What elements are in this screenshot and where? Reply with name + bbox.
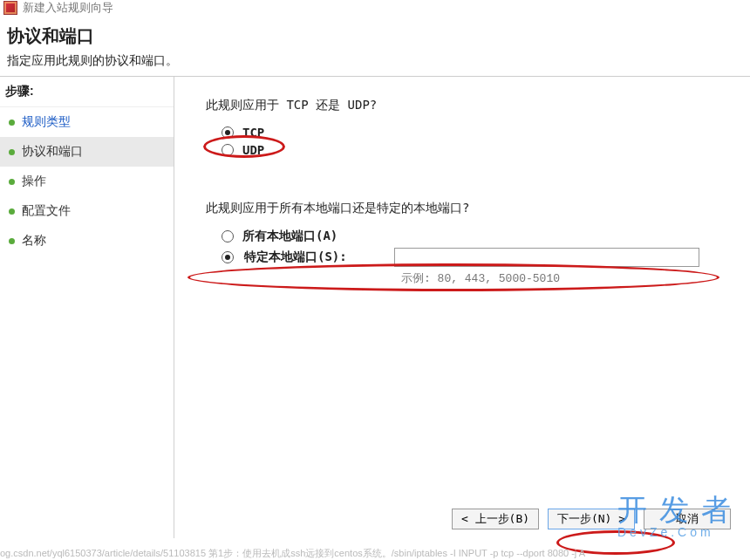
bullet-icon	[9, 149, 15, 155]
back-button[interactable]: < 上一步(B)	[452, 509, 539, 529]
firewall-icon	[3, 1, 17, 15]
step-label: 配置文件	[22, 203, 71, 219]
radio-tcp-label: TCP	[242, 126, 264, 140]
wizard-main-panel: 此规则应用于 TCP 还是 UDP? TCP UDP 此规则应用于所有本地端口还…	[174, 77, 750, 538]
radio-specific-ports[interactable]	[222, 251, 234, 263]
steps-sidebar: 步骤: 规则类型 协议和端口 操作 配置文件 名称	[0, 77, 174, 538]
window-title: 新建入站规则向导	[23, 0, 113, 16]
radio-udp-label: UDP	[242, 143, 264, 157]
bullet-icon	[9, 208, 15, 215]
step-label: 规则类型	[22, 114, 71, 130]
radio-all-ports[interactable]	[222, 230, 234, 242]
radio-all-ports-label: 所有本地端口(A)	[242, 229, 338, 244]
page-subtitle: 指定应用此规则的协议和端口。	[7, 53, 743, 69]
step-name[interactable]: 名称	[0, 226, 174, 256]
radio-udp-row[interactable]: UDP	[222, 143, 729, 157]
bullet-icon	[9, 238, 15, 244]
footer-ghost-text: og.csdn.net/yql6150373/article/details/5…	[0, 547, 750, 560]
step-action[interactable]: 操作	[0, 167, 174, 196]
bullet-icon	[9, 120, 15, 126]
ports-example-text: 示例: 80, 443, 5000-5010	[401, 270, 729, 286]
window-titlebar: 新建入站规则向导	[0, 0, 750, 21]
step-rule-type[interactable]: 规则类型	[0, 107, 174, 137]
step-profile[interactable]: 配置文件	[0, 196, 174, 226]
bullet-icon	[9, 179, 15, 185]
protocol-question: 此规则应用于 TCP 还是 UDP?	[206, 98, 729, 113]
steps-heading: 步骤:	[0, 77, 174, 107]
step-label: 操作	[22, 174, 46, 189]
step-label: 名称	[22, 233, 46, 249]
cancel-button[interactable]: 取消	[644, 509, 731, 529]
port-question: 此规则应用于所有本地端口还是特定的本地端口?	[206, 201, 729, 216]
radio-tcp[interactable]	[222, 126, 234, 139]
step-protocol-ports[interactable]: 协议和端口	[0, 137, 174, 167]
radio-specific-ports-label: 特定本地端口(S):	[244, 249, 384, 265]
page-title: 协议和端口	[7, 24, 743, 48]
next-button[interactable]: 下一步(N) >	[548, 509, 635, 529]
wizard-header: 协议和端口 指定应用此规则的协议和端口。	[0, 21, 750, 76]
radio-udp[interactable]	[222, 144, 234, 156]
specific-ports-input[interactable]	[394, 248, 699, 267]
radio-all-ports-row[interactable]: 所有本地端口(A)	[222, 229, 729, 244]
step-label: 协议和端口	[22, 144, 83, 160]
radio-specific-ports-row[interactable]: 特定本地端口(S):	[222, 248, 729, 267]
radio-tcp-row[interactable]: TCP	[222, 126, 729, 140]
